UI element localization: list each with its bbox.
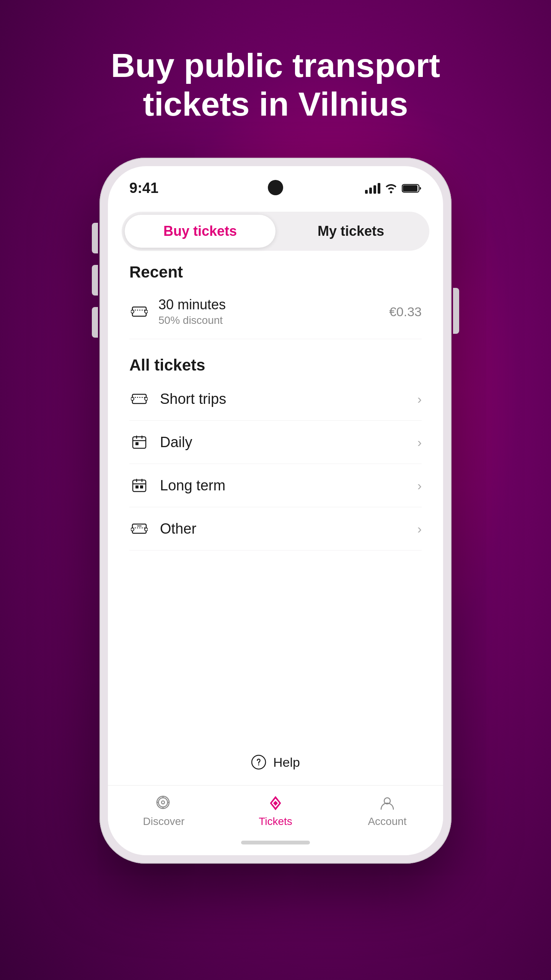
daily-label: Daily [160, 434, 192, 451]
bottom-nav: Discover Tickets Account [108, 785, 443, 835]
short-trips-icon [129, 389, 149, 409]
svg-point-14 [131, 528, 134, 531]
svg-rect-2 [132, 307, 146, 316]
headline-line1: Buy public transport [111, 46, 440, 84]
long-term-chevron: › [417, 478, 422, 493]
long-term-left: Long term [129, 475, 225, 495]
long-term-label: Long term [160, 477, 225, 494]
headline: Buy public transport tickets in Vilnius [111, 46, 440, 123]
svg-point-18 [158, 798, 168, 807]
daily-chevron: › [417, 435, 422, 450]
discover-icon [155, 795, 172, 812]
phone-shell: 9:41 [99, 158, 452, 864]
segment-control: Buy tickets My tickets [122, 212, 429, 251]
short-trips-chevron: › [417, 392, 422, 407]
phone-screen: 9:41 [108, 166, 443, 855]
help-section[interactable]: Help [108, 732, 443, 785]
svg-point-19 [161, 801, 165, 804]
daily-left: Daily [129, 432, 192, 452]
my-tickets-tab[interactable]: My tickets [276, 215, 426, 248]
camera-notch [268, 180, 283, 195]
battery-icon [402, 183, 422, 193]
nav-account[interactable]: Account [331, 795, 443, 828]
svg-point-6 [131, 397, 134, 400]
nav-tickets[interactable]: Tickets [220, 795, 331, 828]
other-chevron: › [417, 521, 422, 536]
svg-rect-10 [133, 480, 146, 492]
signal-bars-icon [365, 183, 380, 194]
svg-rect-1 [403, 185, 417, 191]
tickets-nav-label: Tickets [259, 815, 292, 828]
spacer [108, 641, 443, 732]
recent-section-title: Recent [129, 263, 422, 281]
ticket-left: 30 minutes 50% discount [129, 297, 226, 327]
home-indicator [108, 835, 443, 855]
recent-ticket-item[interactable]: 30 minutes 50% discount €0.33 [129, 289, 422, 339]
ticket-icon [129, 302, 149, 322]
svg-point-15 [145, 528, 148, 531]
svg-rect-8 [133, 437, 146, 448]
svg-rect-11 [135, 485, 139, 488]
ticket-price: €0.33 [389, 304, 422, 319]
other-label: Other [160, 521, 196, 537]
long-term-icon [129, 475, 149, 495]
help-circle-icon [251, 755, 266, 770]
headline-line2: tickets in Vilnius [143, 85, 408, 123]
svg-point-7 [145, 397, 148, 400]
help-label: Help [273, 755, 300, 770]
long-term-row[interactable]: Long term › [129, 464, 422, 507]
other-left: Other [129, 519, 196, 539]
daily-row[interactable]: Daily › [129, 421, 422, 464]
svg-rect-13 [132, 524, 146, 533]
wifi-icon [385, 183, 397, 193]
nav-discover[interactable]: Discover [108, 795, 220, 828]
ticket-info: 30 minutes 50% discount [158, 297, 226, 327]
svg-rect-5 [132, 394, 146, 403]
account-nav-label: Account [368, 815, 406, 828]
svg-rect-9 [135, 442, 139, 445]
short-trips-label: Short trips [160, 391, 226, 407]
svg-rect-12 [140, 485, 143, 488]
ticket-name: 30 minutes [158, 297, 226, 313]
account-icon [379, 795, 396, 812]
svg-point-3 [131, 310, 134, 313]
daily-icon [129, 432, 149, 452]
ticket-discount: 50% discount [158, 314, 226, 327]
status-icons [365, 183, 422, 194]
buy-tickets-tab[interactable]: Buy tickets [125, 215, 276, 248]
other-icon [129, 519, 149, 539]
status-time: 9:41 [129, 180, 158, 196]
tickets-nav-icon [267, 795, 284, 812]
all-tickets-title: All tickets [129, 356, 422, 374]
status-bar: 9:41 [108, 166, 443, 203]
svg-point-17 [258, 764, 259, 766]
svg-point-4 [145, 310, 148, 313]
discover-nav-label: Discover [143, 815, 185, 828]
other-row[interactable]: Other › [129, 507, 422, 550]
content-area: Recent 30 minutes 50% discount [108, 263, 443, 641]
short-trips-row[interactable]: Short trips › [129, 377, 422, 421]
home-bar [241, 841, 310, 844]
short-trips-left: Short trips [129, 389, 226, 409]
